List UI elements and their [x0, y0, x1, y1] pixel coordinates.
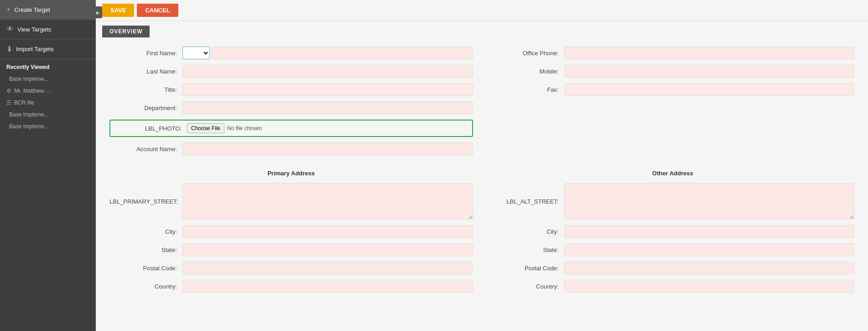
- mobile-label: Mobile:: [491, 68, 564, 75]
- alt-postal-label: Postal Code:: [491, 265, 564, 272]
- sidebar-item-label: View Targets: [17, 26, 51, 33]
- rv-item-label: Base Impleme...: [9, 123, 49, 130]
- title-input[interactable]: [182, 83, 473, 96]
- photo-row: LBL_PHOTO: Choose File No file chosen: [109, 120, 473, 137]
- download-icon: ⬇: [6, 45, 12, 53]
- last-name-row: Last Name:: [109, 65, 473, 78]
- primary-city-input[interactable]: [182, 225, 473, 238]
- cancel-button[interactable]: CANCEL: [137, 4, 178, 17]
- primary-address-title: Primary Address: [109, 170, 473, 177]
- fax-input[interactable]: [564, 83, 855, 96]
- sidebar-item-create-target[interactable]: + Create Target: [0, 0, 96, 20]
- rv-item-label: Base Impleme...: [9, 111, 49, 118]
- rv-item-label: BCR file: [14, 100, 34, 106]
- primary-state-input[interactable]: [182, 243, 473, 256]
- primary-state-label: State:: [109, 247, 182, 253]
- alt-city-input[interactable]: [564, 225, 855, 238]
- alt-country-input[interactable]: [564, 280, 855, 293]
- first-name-label: First Name:: [109, 50, 182, 57]
- office-phone-row: Office Phone:: [491, 47, 855, 59]
- title-label: Title:: [109, 86, 182, 93]
- primary-city-row: City:: [109, 225, 473, 238]
- eye-icon: 👁: [6, 25, 14, 33]
- alt-street-label: LBL_ALT_STREET:: [491, 198, 564, 205]
- primary-address-col: Primary Address LBL_PRIMARY_STREET: City…: [109, 170, 473, 298]
- last-name-input[interactable]: [182, 65, 473, 78]
- department-label: Department:: [109, 105, 182, 111]
- primary-country-label: Country:: [109, 283, 182, 290]
- alt-postal-input[interactable]: [564, 262, 855, 274]
- alt-postal-row: Postal Code:: [491, 262, 855, 274]
- tab-overview[interactable]: OVERVIEW: [102, 26, 150, 37]
- alt-city-label: City:: [491, 228, 564, 235]
- primary-city-label: City:: [109, 228, 182, 235]
- account-name-label: Account Name:: [109, 146, 182, 152]
- account-name-row: Account Name:: [109, 142, 473, 155]
- form-area: First Name: Mr. Ms. Mrs. Dr. L: [96, 37, 868, 331]
- address-columns: Primary Address LBL_PRIMARY_STREET: City…: [109, 170, 854, 298]
- title-row: Title:: [109, 83, 473, 96]
- save-button[interactable]: SAVE: [102, 4, 134, 17]
- primary-postal-input[interactable]: [182, 262, 473, 274]
- mobile-row: Mobile:: [491, 65, 855, 78]
- alt-street-row: LBL_ALT_STREET:: [491, 183, 855, 220]
- primary-state-row: State:: [109, 243, 473, 256]
- firstname-group: Mr. Ms. Mrs. Dr.: [182, 47, 473, 59]
- alt-street-input[interactable]: [564, 183, 855, 220]
- choose-file-button[interactable]: Choose File: [187, 123, 224, 133]
- sidebar-item-view-targets[interactable]: 👁 View Targets: [0, 20, 96, 39]
- photo-label: LBL_PHOTO:: [114, 125, 187, 132]
- tab-bar: OVERVIEW: [96, 21, 868, 37]
- primary-country-input[interactable]: [182, 280, 473, 293]
- sidebar-item-label: Import Targets: [16, 46, 54, 53]
- fax-label: Fax:: [491, 86, 564, 93]
- recently-viewed-header: Recently Viewed: [0, 59, 96, 73]
- photo-input-area: Choose File No file chosen: [187, 123, 262, 133]
- alt-state-input[interactable]: [564, 243, 855, 256]
- other-address-col: Other Address LBL_ALT_STREET: City: Stat…: [491, 170, 855, 298]
- sidebar-item-label: Create Target: [14, 6, 50, 13]
- alt-country-label: Country:: [491, 283, 564, 290]
- primary-street-row: LBL_PRIMARY_STREET:: [109, 183, 473, 220]
- recently-viewed-item[interactable]: Base Impleme...: [0, 121, 96, 132]
- other-address-title: Other Address: [491, 170, 855, 177]
- form-col-right: Office Phone: Mobile: Fax:: [491, 47, 855, 161]
- first-name-input[interactable]: [212, 47, 473, 59]
- rv-item-label: Base Impleme...: [9, 76, 49, 82]
- department-input[interactable]: [182, 101, 473, 114]
- sidebar-item-import-targets[interactable]: ⬇ Import Targets: [0, 39, 96, 59]
- alt-state-row: State:: [491, 243, 855, 256]
- account-name-input[interactable]: [182, 142, 473, 155]
- address-section: Primary Address LBL_PRIMARY_STREET: City…: [109, 170, 854, 298]
- alt-city-row: City:: [491, 225, 855, 238]
- first-name-row: First Name: Mr. Ms. Mrs. Dr.: [109, 47, 473, 59]
- last-name-label: Last Name:: [109, 68, 182, 75]
- recently-viewed-item[interactable]: ☰ BCR file: [0, 97, 96, 109]
- primary-postal-label: Postal Code:: [109, 265, 182, 272]
- gear-icon: ⚙: [6, 88, 11, 94]
- office-phone-input[interactable]: [564, 47, 855, 59]
- recently-viewed-item[interactable]: ⚙ Mr. Matthew ...: [0, 85, 96, 97]
- mobile-input[interactable]: [564, 65, 855, 78]
- recently-viewed-item[interactable]: Base Impleme...: [0, 73, 96, 85]
- topbar: SAVE CANCEL: [96, 0, 868, 21]
- file-icon: ☰: [6, 100, 11, 106]
- form-columns: First Name: Mr. Ms. Mrs. Dr. L: [109, 47, 854, 161]
- alt-country-row: Country:: [491, 280, 855, 293]
- primary-street-label: LBL_PRIMARY_STREET:: [109, 198, 182, 205]
- form-col-left: First Name: Mr. Ms. Mrs. Dr. L: [109, 47, 473, 161]
- sidebar-collapse-button[interactable]: ▶: [94, 6, 102, 18]
- department-row: Department:: [109, 101, 473, 114]
- rv-item-label: Mr. Matthew ...: [14, 88, 50, 94]
- primary-street-input[interactable]: [182, 183, 473, 220]
- primary-country-row: Country:: [109, 280, 473, 293]
- plus-icon: +: [6, 5, 10, 14]
- office-phone-label: Office Phone:: [491, 50, 564, 57]
- no-file-text: No file chosen: [227, 125, 262, 131]
- primary-postal-row: Postal Code:: [109, 262, 473, 274]
- sidebar: ▶ + Create Target 👁 View Targets ⬇ Impor…: [0, 0, 96, 331]
- alt-state-label: State:: [491, 247, 564, 253]
- fax-row: Fax:: [491, 83, 855, 96]
- title-select[interactable]: Mr. Ms. Mrs. Dr.: [182, 47, 210, 59]
- recently-viewed-item[interactable]: Base Impleme...: [0, 109, 96, 121]
